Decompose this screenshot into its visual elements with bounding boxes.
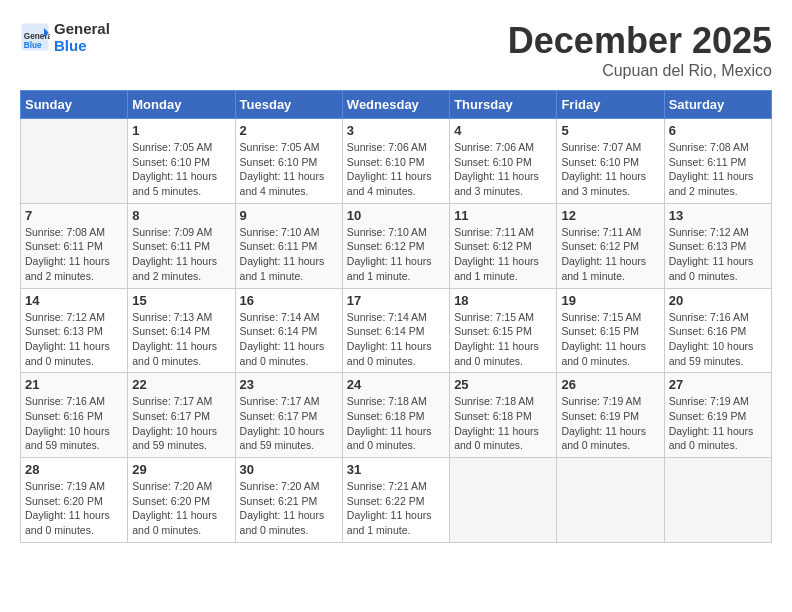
calendar-header: SundayMondayTuesdayWednesdayThursdayFrid…: [21, 91, 772, 119]
week-row-2: 14Sunrise: 7:12 AMSunset: 6:13 PMDayligh…: [21, 288, 772, 373]
day-number: 31: [347, 462, 445, 477]
day-info: Sunrise: 7:20 AMSunset: 6:20 PMDaylight:…: [132, 479, 230, 538]
calendar-cell: [557, 458, 664, 543]
calendar-cell: 1Sunrise: 7:05 AMSunset: 6:10 PMDaylight…: [128, 119, 235, 204]
calendar-cell: 21Sunrise: 7:16 AMSunset: 6:16 PMDayligh…: [21, 373, 128, 458]
day-info: Sunrise: 7:05 AMSunset: 6:10 PMDaylight:…: [240, 140, 338, 199]
week-row-3: 21Sunrise: 7:16 AMSunset: 6:16 PMDayligh…: [21, 373, 772, 458]
title-block: December 2025 Cupuan del Rio, Mexico: [508, 20, 772, 80]
day-info: Sunrise: 7:07 AMSunset: 6:10 PMDaylight:…: [561, 140, 659, 199]
header-wednesday: Wednesday: [342, 91, 449, 119]
day-number: 27: [669, 377, 767, 392]
day-info: Sunrise: 7:10 AMSunset: 6:12 PMDaylight:…: [347, 225, 445, 284]
day-info: Sunrise: 7:05 AMSunset: 6:10 PMDaylight:…: [132, 140, 230, 199]
calendar-cell: 18Sunrise: 7:15 AMSunset: 6:15 PMDayligh…: [450, 288, 557, 373]
header-row: SundayMondayTuesdayWednesdayThursdayFrid…: [21, 91, 772, 119]
day-info: Sunrise: 7:13 AMSunset: 6:14 PMDaylight:…: [132, 310, 230, 369]
header-saturday: Saturday: [664, 91, 771, 119]
calendar-cell: 13Sunrise: 7:12 AMSunset: 6:13 PMDayligh…: [664, 203, 771, 288]
day-info: Sunrise: 7:17 AMSunset: 6:17 PMDaylight:…: [132, 394, 230, 453]
calendar-cell: 23Sunrise: 7:17 AMSunset: 6:17 PMDayligh…: [235, 373, 342, 458]
day-info: Sunrise: 7:15 AMSunset: 6:15 PMDaylight:…: [454, 310, 552, 369]
calendar-cell: 22Sunrise: 7:17 AMSunset: 6:17 PMDayligh…: [128, 373, 235, 458]
day-number: 5: [561, 123, 659, 138]
day-info: Sunrise: 7:15 AMSunset: 6:15 PMDaylight:…: [561, 310, 659, 369]
day-info: Sunrise: 7:17 AMSunset: 6:17 PMDaylight:…: [240, 394, 338, 453]
day-number: 3: [347, 123, 445, 138]
calendar-cell: 29Sunrise: 7:20 AMSunset: 6:20 PMDayligh…: [128, 458, 235, 543]
day-number: 26: [561, 377, 659, 392]
day-number: 23: [240, 377, 338, 392]
day-number: 11: [454, 208, 552, 223]
day-info: Sunrise: 7:08 AMSunset: 6:11 PMDaylight:…: [25, 225, 123, 284]
calendar-cell: 8Sunrise: 7:09 AMSunset: 6:11 PMDaylight…: [128, 203, 235, 288]
day-number: 9: [240, 208, 338, 223]
calendar-cell: 9Sunrise: 7:10 AMSunset: 6:11 PMDaylight…: [235, 203, 342, 288]
calendar-cell: 26Sunrise: 7:19 AMSunset: 6:19 PMDayligh…: [557, 373, 664, 458]
header-thursday: Thursday: [450, 91, 557, 119]
calendar-cell: 16Sunrise: 7:14 AMSunset: 6:14 PMDayligh…: [235, 288, 342, 373]
header-sunday: Sunday: [21, 91, 128, 119]
day-info: Sunrise: 7:10 AMSunset: 6:11 PMDaylight:…: [240, 225, 338, 284]
calendar-cell: 20Sunrise: 7:16 AMSunset: 6:16 PMDayligh…: [664, 288, 771, 373]
calendar-cell: 4Sunrise: 7:06 AMSunset: 6:10 PMDaylight…: [450, 119, 557, 204]
calendar-cell: 31Sunrise: 7:21 AMSunset: 6:22 PMDayligh…: [342, 458, 449, 543]
day-number: 18: [454, 293, 552, 308]
day-number: 25: [454, 377, 552, 392]
day-info: Sunrise: 7:06 AMSunset: 6:10 PMDaylight:…: [454, 140, 552, 199]
calendar-cell: 11Sunrise: 7:11 AMSunset: 6:12 PMDayligh…: [450, 203, 557, 288]
day-info: Sunrise: 7:16 AMSunset: 6:16 PMDaylight:…: [25, 394, 123, 453]
day-number: 30: [240, 462, 338, 477]
day-number: 10: [347, 208, 445, 223]
day-number: 1: [132, 123, 230, 138]
day-info: Sunrise: 7:14 AMSunset: 6:14 PMDaylight:…: [240, 310, 338, 369]
header-monday: Monday: [128, 91, 235, 119]
logo-blue: Blue: [54, 37, 87, 54]
calendar-cell: 17Sunrise: 7:14 AMSunset: 6:14 PMDayligh…: [342, 288, 449, 373]
day-number: 21: [25, 377, 123, 392]
day-number: 4: [454, 123, 552, 138]
calendar-cell: 30Sunrise: 7:20 AMSunset: 6:21 PMDayligh…: [235, 458, 342, 543]
calendar-cell: 24Sunrise: 7:18 AMSunset: 6:18 PMDayligh…: [342, 373, 449, 458]
calendar-table: SundayMondayTuesdayWednesdayThursdayFrid…: [20, 90, 772, 543]
week-row-1: 7Sunrise: 7:08 AMSunset: 6:11 PMDaylight…: [21, 203, 772, 288]
day-number: 16: [240, 293, 338, 308]
day-info: Sunrise: 7:09 AMSunset: 6:11 PMDaylight:…: [132, 225, 230, 284]
month-title: December 2025: [508, 20, 772, 62]
day-number: 29: [132, 462, 230, 477]
day-number: 17: [347, 293, 445, 308]
day-info: Sunrise: 7:18 AMSunset: 6:18 PMDaylight:…: [454, 394, 552, 453]
day-info: Sunrise: 7:06 AMSunset: 6:10 PMDaylight:…: [347, 140, 445, 199]
calendar-cell: 25Sunrise: 7:18 AMSunset: 6:18 PMDayligh…: [450, 373, 557, 458]
calendar-cell: 6Sunrise: 7:08 AMSunset: 6:11 PMDaylight…: [664, 119, 771, 204]
day-number: 2: [240, 123, 338, 138]
week-row-0: 1Sunrise: 7:05 AMSunset: 6:10 PMDaylight…: [21, 119, 772, 204]
calendar-cell: 5Sunrise: 7:07 AMSunset: 6:10 PMDaylight…: [557, 119, 664, 204]
day-info: Sunrise: 7:14 AMSunset: 6:14 PMDaylight:…: [347, 310, 445, 369]
day-info: Sunrise: 7:19 AMSunset: 6:19 PMDaylight:…: [669, 394, 767, 453]
day-info: Sunrise: 7:08 AMSunset: 6:11 PMDaylight:…: [669, 140, 767, 199]
page-header: General Blue GeneralBlue December 2025 C…: [20, 20, 772, 80]
calendar-cell: 19Sunrise: 7:15 AMSunset: 6:15 PMDayligh…: [557, 288, 664, 373]
day-number: 6: [669, 123, 767, 138]
calendar-cell: 15Sunrise: 7:13 AMSunset: 6:14 PMDayligh…: [128, 288, 235, 373]
day-number: 13: [669, 208, 767, 223]
day-number: 28: [25, 462, 123, 477]
day-info: Sunrise: 7:11 AMSunset: 6:12 PMDaylight:…: [561, 225, 659, 284]
calendar-cell: 7Sunrise: 7:08 AMSunset: 6:11 PMDaylight…: [21, 203, 128, 288]
day-number: 22: [132, 377, 230, 392]
calendar-cell: 27Sunrise: 7:19 AMSunset: 6:19 PMDayligh…: [664, 373, 771, 458]
day-info: Sunrise: 7:12 AMSunset: 6:13 PMDaylight:…: [669, 225, 767, 284]
calendar-cell: [21, 119, 128, 204]
day-number: 7: [25, 208, 123, 223]
week-row-4: 28Sunrise: 7:19 AMSunset: 6:20 PMDayligh…: [21, 458, 772, 543]
day-number: 19: [561, 293, 659, 308]
day-number: 15: [132, 293, 230, 308]
calendar-cell: 10Sunrise: 7:10 AMSunset: 6:12 PMDayligh…: [342, 203, 449, 288]
header-friday: Friday: [557, 91, 664, 119]
day-info: Sunrise: 7:18 AMSunset: 6:18 PMDaylight:…: [347, 394, 445, 453]
logo-text: GeneralBlue: [54, 20, 110, 54]
calendar-cell: 3Sunrise: 7:06 AMSunset: 6:10 PMDaylight…: [342, 119, 449, 204]
header-tuesday: Tuesday: [235, 91, 342, 119]
day-number: 8: [132, 208, 230, 223]
